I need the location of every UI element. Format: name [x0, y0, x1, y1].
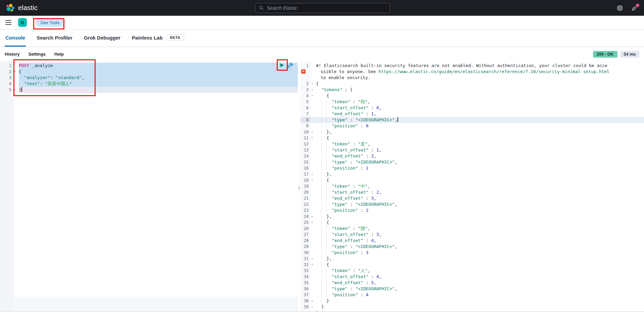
- line-number: 12: [301, 141, 311, 147]
- code-line: "analyzer": "standard",: [19, 75, 298, 81]
- code-line: "token" : "国",: [316, 226, 644, 232]
- menu-help[interactable]: Help: [54, 52, 64, 57]
- beta-badge: BETA: [166, 34, 184, 41]
- code-line: },: [316, 213, 644, 219]
- fold-marker[interactable]: ▾: [311, 262, 316, 268]
- kibana-dev-tools-page: elastic: [0, 0, 644, 314]
- code-row: 1✕#! Elasticsearch built-in security fea…: [301, 63, 644, 81]
- code-row: 10▴ },: [301, 129, 644, 135]
- tab-search-profiler[interactable]: Search Profiler: [36, 29, 73, 47]
- code-row: 35 "end_offset" : 5,: [301, 280, 644, 286]
- search-input[interactable]: [266, 5, 386, 11]
- line-number: 10: [301, 129, 311, 135]
- tab-console[interactable]: Console: [5, 29, 26, 47]
- code-row: 2▾{: [0, 69, 298, 75]
- code-row: 27 "start_offset" : 3,: [301, 232, 644, 238]
- console-toolbar: History Settings Help 200 - OK 54 ms: [0, 47, 644, 61]
- help-icon[interactable]: [616, 5, 623, 11]
- line-number: 33: [301, 268, 311, 274]
- code-row: 21 "end_offset" : 3,: [301, 195, 644, 201]
- code-row: 13 "start_offset" : 1,: [301, 147, 644, 153]
- breadcrumb-dev-tools[interactable]: Dev Tools: [36, 18, 65, 27]
- scrollbar-track[interactable]: [13, 297, 298, 312]
- code-line: POST _analyze: [19, 63, 298, 69]
- fold-marker[interactable]: ▴: [13, 87, 19, 93]
- elastic-logo[interactable]: elastic: [6, 4, 38, 12]
- code-line: "token" : "我",: [316, 99, 644, 105]
- code-row: 22 "type" : "<IDEOGRAPHIC>",: [301, 201, 644, 207]
- response-code: 1✕#! Elasticsearch built-in security fea…: [301, 61, 644, 314]
- space-avatar[interactable]: D: [18, 18, 27, 27]
- global-header: elastic: [0, 0, 644, 16]
- fold-marker[interactable]: ▴: [311, 256, 316, 262]
- line-number: 15: [301, 159, 311, 165]
- menu-history[interactable]: History: [5, 52, 20, 57]
- fold-marker[interactable]: ▾: [311, 93, 316, 99]
- line-number: 28: [301, 238, 311, 244]
- response-editor[interactable]: 1✕#! Elasticsearch built-in security fea…: [301, 61, 644, 314]
- code-row: 5 "token" : "我",: [301, 99, 644, 105]
- fold-marker[interactable]: ▾: [311, 87, 316, 93]
- pane-resize-handle[interactable]: ‖: [298, 186, 301, 191]
- search-icon: [259, 5, 264, 10]
- code-row: 11▾ {: [301, 135, 644, 141]
- code-line: "token" : "人",: [316, 268, 644, 274]
- menu-settings[interactable]: Settings: [29, 52, 46, 57]
- line-number: 39: [301, 304, 311, 310]
- request-controls: [279, 62, 293, 68]
- line-number: 18: [301, 177, 311, 183]
- line-number: 8: [301, 117, 311, 123]
- line-number: 29: [301, 244, 311, 250]
- tab-painless-lab[interactable]: Painless Lab BETA: [131, 29, 185, 47]
- fold-marker[interactable]: ▾: [311, 81, 316, 87]
- line-number: 5: [301, 99, 311, 105]
- fold-marker[interactable]: ▴: [311, 171, 316, 177]
- fold-marker[interactable]: ▴: [311, 304, 316, 310]
- fold-marker[interactable]: ▾: [311, 135, 316, 141]
- announcements-icon[interactable]: [631, 5, 638, 11]
- line-number: 37: [301, 292, 311, 298]
- code-row: 8 "type" : "<IDEOGRAPHIC>",: [301, 117, 644, 123]
- response-status: 200 - OK 54 ms: [593, 51, 639, 58]
- fold-marker[interactable]: ▴: [311, 129, 316, 135]
- global-search[interactable]: [255, 3, 390, 13]
- code-line: "end_offset" : 1,: [316, 111, 644, 117]
- fold-marker[interactable]: ▾: [311, 177, 316, 183]
- fold-marker[interactable]: ▾: [311, 219, 316, 226]
- code-line: {: [316, 81, 644, 87]
- request-code: 1POST _analyze2▾{3 "analyzer": "standard…: [0, 61, 298, 93]
- code-row: 32▾ {: [301, 262, 644, 268]
- menu-icon[interactable]: [5, 20, 11, 25]
- code-line: "position" : 3: [316, 250, 644, 256]
- line-number: 3: [301, 87, 311, 93]
- line-number: 6: [301, 105, 311, 111]
- fold-marker[interactable]: ▴: [311, 213, 316, 219]
- code-row: 23 "position" : 2: [301, 207, 644, 213]
- request-editor[interactable]: 1POST _analyze2▾{3 "analyzer": "standard…: [0, 61, 298, 314]
- wrench-icon[interactable]: [287, 62, 293, 68]
- line-number: 26: [301, 226, 311, 232]
- code-row: 18▾ {: [301, 177, 644, 183]
- code-line: "position" : 2: [316, 207, 644, 213]
- fold-marker[interactable]: ▴: [311, 298, 316, 304]
- line-number: 4: [301, 93, 311, 99]
- line-number: 32: [301, 262, 311, 268]
- code-line: "type" : "<IDEOGRAPHIC>",: [316, 201, 644, 207]
- tab-grok-debugger[interactable]: Grok Debugger: [83, 29, 121, 47]
- fold-marker[interactable]: ▾: [13, 69, 19, 75]
- code-line: "tokens" : [: [316, 87, 644, 93]
- line-number: 20: [301, 189, 311, 195]
- code-row: 30 "position" : 3: [301, 250, 644, 256]
- send-request-button[interactable]: [279, 62, 285, 68]
- code-line: {: [19, 69, 298, 75]
- line-number: 2: [301, 81, 311, 87]
- code-row: 38▴ }: [301, 298, 644, 304]
- pane-divider[interactable]: ‖: [298, 61, 301, 314]
- code-row: 4 "text": "我是中国人": [0, 81, 298, 87]
- dev-tools-tabs: Console Search Profiler Grok Debugger Pa…: [0, 29, 644, 47]
- line-number: 13: [301, 147, 311, 153]
- code-line: {: [316, 135, 644, 141]
- code-line: "start_offset" : 3,: [316, 232, 644, 238]
- code-row: 26 "token" : "国",: [301, 226, 644, 232]
- code-line: {: [316, 177, 644, 183]
